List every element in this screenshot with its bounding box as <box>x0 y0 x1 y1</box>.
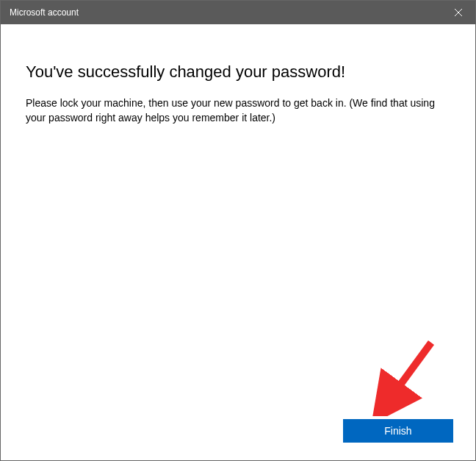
titlebar: Microsoft account <box>1 1 475 24</box>
window-title: Microsoft account <box>10 7 79 18</box>
success-heading: You've successfully changed your passwor… <box>26 62 450 82</box>
close-button[interactable] <box>441 1 475 24</box>
instruction-text: Please lock your machine, then use your … <box>26 96 450 125</box>
close-icon <box>455 9 462 16</box>
svg-line-3 <box>391 343 431 398</box>
content-area: You've successfully changed your passwor… <box>1 24 475 125</box>
annotation-arrow-icon <box>372 335 439 416</box>
footer: Finish <box>343 419 453 443</box>
finish-button[interactable]: Finish <box>343 419 453 443</box>
